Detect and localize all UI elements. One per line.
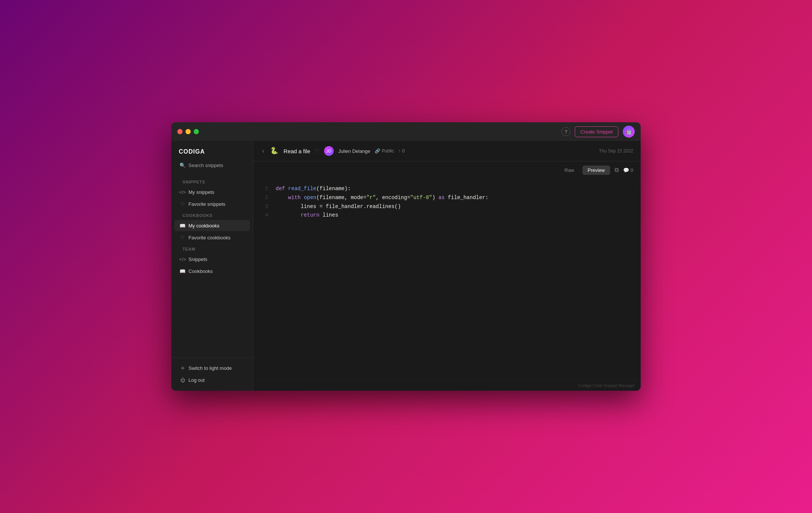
switch-light-mode-label: Switch to light mode [188, 365, 232, 371]
logout-item[interactable]: ⏻ Log out [174, 374, 250, 385]
heart-cookbook-icon: ♡ [180, 235, 185, 240]
favorite-cookbooks-label: Favorite cookbooks [188, 235, 231, 240]
sidebar-item-team-snippets[interactable]: </> Snippets [174, 254, 250, 265]
favorite-icon[interactable]: ♡ [315, 148, 320, 154]
snippet-header: ‹ 🐍 Read a file ♡ JD Julien Delange 🔗 Pu… [253, 141, 641, 161]
link-icon: 🔗 [375, 148, 380, 154]
user-avatar[interactable]: 🤖 [623, 126, 635, 138]
code-line-1: 1 def read_file(filename): [261, 185, 633, 193]
sidebar-item-my-snippets[interactable]: </> My snippets [174, 186, 250, 198]
sidebar-item-favorite-cookbooks[interactable]: ♡ Favorite cookbooks [174, 232, 250, 243]
line-number: 4 [261, 211, 268, 220]
code-toolbar: Raw Preview ⧉ 💬 0 [253, 161, 641, 179]
switch-light-mode-item[interactable]: ✳ Switch to light mode [174, 362, 250, 374]
back-button[interactable]: ‹ [261, 146, 266, 156]
snippet-title: Read a file [283, 148, 310, 154]
main-content: CODIGA 🔍 Search snippets SNIPPETS </> My… [171, 141, 641, 391]
my-snippets-label: My snippets [188, 189, 214, 195]
footer-label: Codiga Code Snippet Manager [253, 380, 641, 391]
team-section-label: TEAM [174, 244, 250, 254]
favorite-snippets-label: Favorite snippets [188, 201, 225, 207]
content-panel: ‹ 🐍 Read a file ♡ JD Julien Delange 🔗 Pu… [253, 141, 641, 391]
line-number: 1 [261, 185, 268, 193]
upvote-icon: ↑ [399, 148, 401, 154]
team-code-icon: </> [180, 256, 185, 262]
sidebar-logo: CODIGA [171, 141, 253, 160]
code-editor: 1 def read_file(filename): 2 with open(f… [253, 179, 641, 380]
logout-label: Log out [188, 377, 204, 383]
upvote-area[interactable]: ↑ 0 [399, 148, 405, 154]
line-number: 2 [261, 193, 268, 202]
sidebar-item-favorite-snippets[interactable]: ♡ Favorite snippets [174, 198, 250, 210]
help-icon[interactable]: ? [561, 127, 570, 136]
author-avatar: JD [324, 146, 334, 156]
author-name: Julien Delange [338, 148, 370, 154]
code-line-3: 3 lines = file_handler.readlines() [261, 202, 633, 211]
my-cookbooks-label: My cookbooks [188, 223, 219, 229]
sidebar-item-my-cookbooks[interactable]: 📖 My cookbooks [174, 220, 250, 231]
upvote-count: 0 [402, 148, 405, 154]
sidebar-item-team-cookbooks[interactable]: 📖 Cookbooks [174, 265, 250, 277]
search-snippets-label: Search snippets [188, 163, 223, 168]
preview-tab[interactable]: Preview [583, 166, 610, 175]
snippets-section-label: SNIPPETS [174, 177, 250, 186]
team-cookbooks-label: Cookbooks [188, 268, 213, 274]
power-icon: ⏻ [180, 377, 185, 383]
code-content: lines = file_handler.readlines() [276, 202, 401, 211]
code-line-4: 4 return lines [261, 211, 633, 220]
code-content: def read_file(filename): [276, 185, 351, 193]
comment-area[interactable]: 💬 0 [623, 167, 633, 173]
comment-count: 0 [631, 167, 633, 173]
team-snippets-label: Snippets [188, 256, 207, 262]
titlebar: ? Create Snippet 🤖 [171, 122, 641, 141]
create-snippet-button[interactable]: Create Snippet [575, 126, 618, 137]
sidebar-search-section: 🔍 Search snippets [171, 160, 253, 177]
code-icon: </> [180, 189, 185, 195]
line-number: 3 [261, 202, 268, 211]
copy-icon[interactable]: ⧉ [613, 165, 620, 175]
heart-icon: ♡ [180, 201, 185, 207]
maximize-button[interactable] [194, 129, 199, 134]
language-icon: 🐍 [270, 147, 279, 155]
raw-tab[interactable]: Raw [559, 166, 580, 175]
code-content: with open(filename, mode="r", encoding="… [276, 193, 488, 202]
traffic-lights [177, 129, 199, 134]
team-book-icon: 📖 [180, 268, 185, 274]
minimize-button[interactable] [185, 129, 191, 134]
visibility-badge: 🔗 Public [375, 148, 394, 154]
search-icon: 🔍 [180, 162, 185, 168]
code-content: return lines [276, 211, 338, 220]
book-icon: 📖 [180, 223, 185, 229]
search-snippets-item[interactable]: 🔍 Search snippets [177, 160, 248, 171]
visibility-label: Public [382, 148, 394, 154]
app-window: ? Create Snippet 🤖 CODIGA 🔍 Search snipp… [171, 122, 641, 391]
sidebar: CODIGA 🔍 Search snippets SNIPPETS </> My… [171, 141, 253, 391]
comment-icon: 💬 [623, 167, 629, 173]
code-line-2: 2 with open(filename, mode="r", encoding… [261, 193, 633, 202]
cookbooks-section-label: COOKBOOKS [174, 210, 250, 220]
sidebar-bottom: ✳ Switch to light mode ⏻ Log out [171, 358, 253, 391]
sun-icon: ✳ [180, 365, 185, 371]
sidebar-nav: SNIPPETS </> My snippets ♡ Favorite snip… [171, 177, 253, 358]
titlebar-right: ? Create Snippet 🤖 [561, 126, 635, 138]
close-button[interactable] [177, 129, 183, 134]
snippet-date: Thu Sep 15 2022 [599, 148, 633, 154]
